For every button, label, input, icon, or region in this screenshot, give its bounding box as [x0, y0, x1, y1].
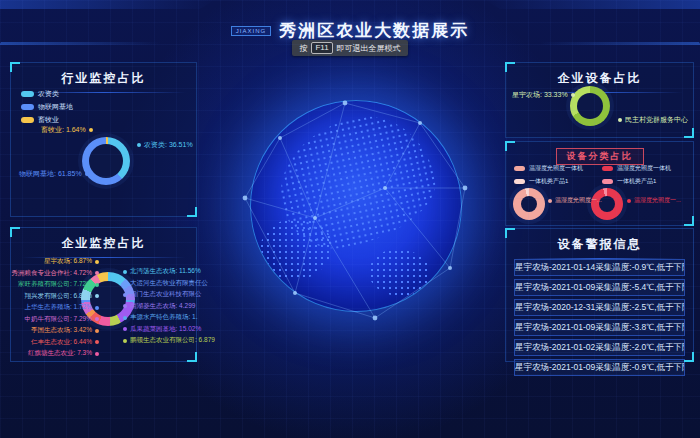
panel-device-alarms: 设备警报信息 星宇农场-2021-01-14采集温度:-0.9℃,低于下限0℃ … [505, 228, 694, 362]
legend-swatch [21, 104, 34, 110]
label-dot [548, 199, 552, 203]
header-decoration [0, 0, 215, 9]
legend-item[interactable]: 温湿度光照度一体机 [602, 164, 671, 173]
chart-label-text: 仁丰生态农业: 6.44% [31, 338, 92, 347]
legend-swatch [21, 91, 34, 97]
label-dot [123, 281, 127, 285]
panel-title: 企业设备占比 [506, 70, 693, 87]
chart-label: 中奶牛有限公司: 7.29% [24, 315, 99, 324]
header-decoration [485, 0, 700, 9]
enterprise-labels-right: 北沔荡生态农场: 11.56% 大运河生态牧业有限责任公 陶门生态农业科技有限公… [123, 267, 195, 345]
industry-donut-chart [82, 137, 130, 185]
chart-label-text: 翔兴发有限公司: 6.87% [24, 292, 92, 301]
legend-swatch [602, 179, 613, 184]
donut-hole [577, 93, 603, 119]
chart-label: 家旺养殖有限公司: 7.72% [18, 280, 99, 289]
chart-label-text: 秀洲粮食专业合作社: 4.72% [11, 269, 92, 278]
label-dot [95, 294, 99, 298]
legend-label: 温湿度光照度一体机 [529, 164, 583, 173]
chart-label-text: 民主村党群服务中心 [625, 115, 688, 125]
chart-label-text: 瓜果蔬菜园基地: 15.02% [130, 325, 201, 334]
panel-enterprise-monitor-ratio: 企业监控占比 星宇农场: 6.87% 秀洲粮食专业合作社: 4.72% 家旺养殖… [10, 227, 197, 362]
chart-label: 丰源水产特色养殖场: 1. [123, 313, 198, 322]
legend-item[interactable]: 一体机类产品1 [514, 177, 583, 186]
label-dot [123, 339, 127, 343]
chart-label-text: 鹏顿生态农业有限公司: 6.879 [130, 336, 215, 345]
chart-label: 瓜果蔬菜园基地: 15.02% [123, 325, 201, 334]
dashboard: JIAXING 秀洲区农业大数据展示 按 F11 即可退出全屏模式 [0, 0, 700, 438]
chart-label-text: 物联网基地: 61.85% [19, 169, 82, 179]
alarm-list: 星宇农场-2021-01-14采集温度:-0.9℃,低于下限0℃ 星宇农场-20… [506, 259, 693, 376]
chart-label: 农资类: 36.51% [137, 140, 193, 150]
label-dot [95, 260, 99, 264]
chart-label: 北沔荡生态农场: 11.56% [123, 267, 201, 276]
label-dot [95, 352, 99, 356]
device-ratio-donut-chart [570, 86, 610, 126]
legend-label: 一体机类产品1 [617, 177, 656, 186]
legend-item[interactable]: 物联网基地 [21, 102, 73, 112]
legend-swatch [602, 166, 613, 171]
legend-item[interactable]: 农资类 [21, 89, 73, 99]
label-dot [95, 340, 99, 344]
label-dot [95, 329, 99, 333]
panel-device-class-ratio: 设备分类占比 温湿度光照度一体机 一体机类产品1 温湿度光照度一体机 一体机类产… [505, 141, 694, 226]
legend-swatch [21, 117, 34, 123]
legend-item[interactable]: 一体机类产品1 [602, 177, 671, 186]
chart-label-text: 季国生态农场: 3.42% [31, 326, 92, 335]
label-dot [571, 93, 575, 97]
chart-label: 畜牧业: 1.64% [41, 125, 93, 135]
chart-label: 物联网基地: 61.85% [19, 169, 89, 179]
legend-label: 温湿度光照度一体机 [617, 164, 671, 173]
hint-prefix: 按 [299, 43, 307, 54]
fullscreen-hint-box: 按 F11 即可退出全屏模式 [292, 40, 407, 56]
panel-title: 设备分类占比 [556, 148, 644, 165]
alarm-row: 星宇农场-2021-01-02采集温度:-2.0℃,低于下限0℃ [514, 339, 685, 356]
chart-label: 秀洲粮食专业合作社: 4.72% [11, 269, 99, 278]
globe-continent-dots [369, 249, 431, 296]
chart-label-text: 红旗塘生态农业: 7.3% [28, 349, 92, 358]
chart-label: 温湿度光照度一... [627, 196, 681, 205]
legend-label: 一体机类产品1 [529, 177, 568, 186]
chart-label-text: 温湿度光照度一... [555, 196, 602, 205]
legend-swatch [514, 166, 525, 171]
alarm-row: 星宇农场-2021-01-09采集温度:-0.9℃,低于下限0℃ [514, 359, 685, 376]
legend-swatch [514, 179, 525, 184]
label-dot [123, 327, 127, 331]
hint-suffix: 即可退出全屏模式 [337, 43, 401, 54]
panel-enterprise-device-ratio: 企业设备占比 星宇农场: 33.33% 民主村党群服务中心 [505, 62, 694, 138]
class-right-legend: 温湿度光照度一体机 一体机类产品1 [602, 164, 671, 186]
donut-hole [521, 196, 537, 212]
panel-industry-monitor-ratio: 行业监控占比 农资类 物联网基地 畜牧业 畜牧业: 1.64% 农资 [10, 62, 197, 217]
chart-label-text: 中奶牛有限公司: 7.29% [24, 315, 92, 324]
chart-label: 南湖菱生态农场: 4.299 [123, 302, 195, 311]
label-dot [618, 118, 622, 122]
header: JIAXING 秀洲区农业大数据展示 [0, 19, 700, 42]
alarm-row: 星宇农场-2020-12-31采集温度:-2.5℃,低于下限0℃ [514, 299, 685, 316]
globe [250, 100, 462, 312]
chart-label-text: 畜牧业: 1.64% [41, 125, 86, 135]
alarm-row: 星宇农场-2021-01-14采集温度:-0.9℃,低于下限0℃ [514, 259, 685, 276]
class-left-donut-chart [513, 188, 545, 220]
industry-legend: 农资类 物联网基地 畜牧业 [21, 89, 73, 125]
label-dot [123, 304, 127, 308]
chart-label: 陶门生态农业科技有限公 [123, 290, 202, 299]
donut-hole [89, 144, 123, 178]
legend-item[interactable]: 温湿度光照度一体机 [514, 164, 583, 173]
legend-label: 物联网基地 [38, 102, 73, 112]
label-dot [95, 271, 99, 275]
chart-label-text: 星宇农场: 33.33% [512, 90, 568, 100]
legend-item[interactable]: 畜牧业 [21, 115, 73, 125]
chart-label-text: 家旺养殖有限公司: 7.72% [18, 280, 92, 289]
enterprise-labels-left: 星宇农场: 6.87% 秀洲粮食专业合作社: 4.72% 家旺养殖有限公司: 7… [13, 257, 99, 358]
page-title: 秀洲区农业大数据展示 [279, 19, 469, 42]
chart-label-text: 南湖菱生态农场: 4.299 [130, 302, 195, 311]
panel-title: 行业监控占比 [11, 70, 196, 87]
chart-label-text: 大运河生态牧业有限责任公 [130, 279, 208, 288]
label-dot [137, 143, 141, 147]
label-dot [85, 172, 89, 176]
legend-label: 农资类 [38, 89, 59, 99]
label-dot [95, 283, 99, 287]
chart-label: 仁丰生态农业: 6.44% [31, 338, 99, 347]
legend-label: 畜牧业 [38, 115, 59, 125]
chart-label-text: 农资类: 36.51% [144, 140, 193, 150]
